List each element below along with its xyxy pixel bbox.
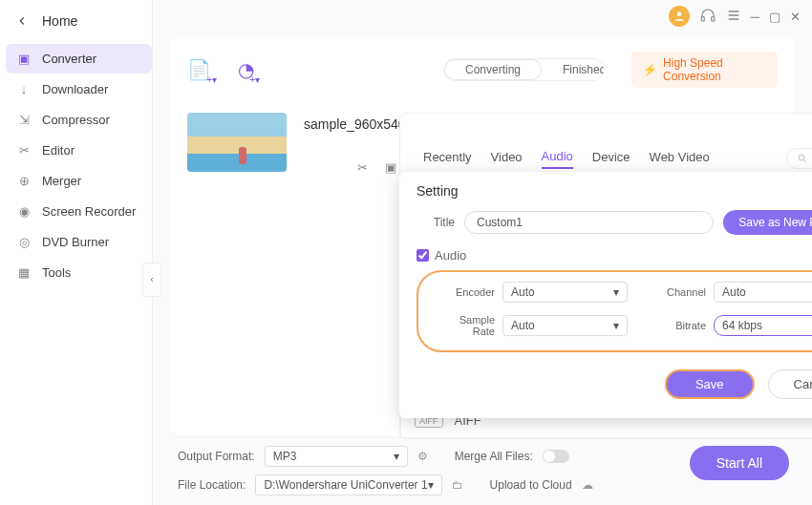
converter-icon: ▣ — [15, 52, 32, 66]
output-format-select[interactable]: MP3▾ — [265, 446, 408, 467]
sidebar-item-converter[interactable]: ▣Converter — [6, 44, 152, 74]
tab-device[interactable]: Device — [592, 150, 630, 168]
grid-icon: ▦ — [15, 265, 32, 280]
crop-icon[interactable]: ▣ — [385, 160, 396, 175]
headset-icon[interactable] — [699, 7, 716, 27]
tab-converting[interactable]: Converting — [444, 59, 542, 80]
setting-modal: Setting ✕ Title Save as New Preset Audio… — [399, 172, 812, 418]
file-location-select[interactable]: D:\Wondershare UniConverter 1▾ — [255, 474, 441, 495]
main: ─ ▢ ✕ 📄+▾ ◔+▾ Converting Finished ⚡High … — [153, 0, 812, 505]
sidebar: Home ▣Converter ↓Downloader ⇲Compressor … — [0, 0, 153, 505]
merge-icon: ⊕ — [15, 174, 32, 188]
tab-recently[interactable]: Recently — [423, 150, 472, 168]
save-button[interactable]: Save — [665, 369, 755, 399]
modal-title: Setting — [417, 183, 812, 199]
tab-finished[interactable]: Finished — [542, 59, 605, 80]
avatar[interactable] — [669, 6, 690, 27]
samplerate-label: Sample Rate — [436, 314, 495, 337]
tab-switch: Converting Finished — [443, 58, 605, 81]
trim-icon[interactable]: ✂ — [357, 160, 368, 175]
sidebar-item-recorder[interactable]: ◉Screen Recorder — [6, 197, 152, 226]
download-icon: ↓ — [15, 82, 32, 96]
file-tools: ✂ ▣ — [357, 160, 396, 175]
upload-label: Upload to Cloud — [490, 478, 572, 492]
file-location-label: File Location: — [178, 478, 246, 492]
sidebar-item-tools[interactable]: ▦Tools — [6, 258, 152, 287]
sidebar-item-dvd[interactable]: ◎DVD Burner — [6, 227, 152, 257]
output-format-label: Output Format: — [178, 450, 255, 463]
home-link[interactable]: Home — [42, 13, 77, 29]
save-preset-button[interactable]: Save as New Preset — [723, 210, 812, 235]
tab-web-video[interactable]: Web Video — [650, 150, 710, 168]
sidebar-item-downloader[interactable]: ↓Downloader — [6, 74, 152, 104]
tab-audio[interactable]: Audio — [542, 149, 573, 169]
sidebar-item-merger[interactable]: ⊕Merger — [6, 166, 152, 196]
search-icon — [797, 153, 808, 164]
back-icon[interactable] — [15, 14, 29, 28]
high-speed-badge[interactable]: ⚡High Speed Conversion — [631, 52, 778, 88]
minimize-button[interactable]: ─ — [751, 10, 759, 24]
add-file-icon[interactable]: 📄+▾ — [187, 58, 211, 81]
cancel-button[interactable]: Cancel — [768, 369, 812, 399]
audio-checkbox[interactable]: Audio — [417, 248, 812, 263]
compress-icon: ⇲ — [15, 113, 32, 127]
channel-label: Channel — [647, 286, 706, 298]
close-button[interactable]: ✕ — [790, 10, 801, 24]
svg-point-0 — [676, 11, 681, 16]
sidebar-item-compressor[interactable]: ⇲Compressor — [6, 105, 152, 135]
audio-settings-group: EncoderAuto▾ ChannelAuto▾ Sample RateAut… — [417, 270, 812, 352]
disc-icon: ◎ — [15, 235, 32, 249]
record-icon: ◉ — [15, 204, 32, 219]
bitrate-select[interactable]: 64 kbps▾ — [714, 315, 812, 336]
video-thumbnail[interactable] — [187, 113, 287, 172]
encoder-select[interactable]: Auto▾ — [502, 282, 628, 303]
sidebar-item-editor[interactable]: ✂Editor — [6, 136, 152, 165]
merge-toggle[interactable] — [543, 450, 569, 463]
tab-video[interactable]: Video — [491, 150, 523, 168]
menu-icon[interactable] — [726, 8, 741, 26]
maximize-button[interactable]: ▢ — [769, 10, 780, 24]
channel-select[interactable]: Auto▾ — [714, 282, 812, 303]
svg-rect-2 — [712, 16, 715, 21]
encoder-label: Encoder — [436, 286, 495, 298]
merge-label: Merge All Files: — [455, 450, 533, 463]
title-input[interactable] — [464, 211, 714, 234]
add-url-icon[interactable]: ◔+▾ — [238, 58, 254, 81]
cloud-icon[interactable]: ☁ — [582, 478, 593, 492]
cut-icon: ✂ — [15, 143, 32, 158]
folder-icon[interactable]: 🗀 — [452, 478, 463, 492]
search-input[interactable]: Search — [786, 148, 812, 169]
start-all-button[interactable]: Start All — [690, 446, 789, 480]
title-label: Title — [417, 216, 455, 229]
samplerate-select[interactable]: Auto▾ — [502, 315, 628, 336]
svg-rect-1 — [701, 16, 704, 21]
settings-icon[interactable]: ⚙ — [417, 450, 428, 463]
svg-point-3 — [799, 155, 804, 160]
bitrate-label: Bitrate — [647, 320, 706, 331]
